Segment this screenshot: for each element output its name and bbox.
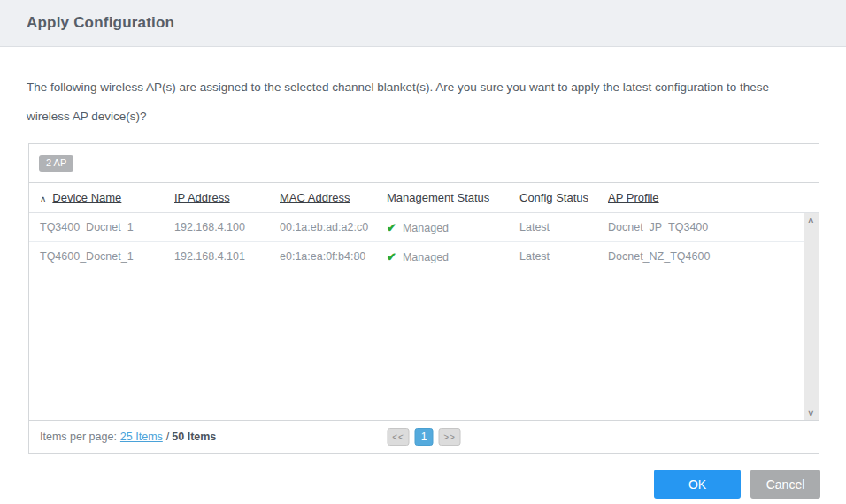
- cell-mac-address: 00:1a:eb:ad:a2:c0: [280, 221, 387, 233]
- page-title: Apply Configuration: [27, 14, 174, 32]
- cell-device-name: TQ4600_Docnet_1: [40, 250, 174, 263]
- dialog-header: Apply Configuration: [0, 0, 846, 47]
- sort-asc-icon: ∧: [40, 195, 46, 203]
- scroll-down-icon[interactable]: ∨: [807, 408, 815, 418]
- column-header-device-name[interactable]: ∧Device Name: [40, 191, 174, 204]
- table-rows: TQ3400_Docnet_1 192.168.4.100 00:1a:eb:a…: [29, 213, 804, 271]
- column-header-config-status: Config Status: [519, 191, 608, 204]
- ok-button[interactable]: OK: [654, 470, 741, 499]
- table-toolbar: 2 AP: [29, 144, 819, 183]
- pagination-bar: Items per page: 25 Items / 50 Items << 1…: [29, 420, 819, 453]
- column-header-ap-profile[interactable]: AP Profile: [608, 191, 819, 204]
- cancel-button[interactable]: Cancel: [750, 470, 820, 499]
- cell-ip-address: 192.168.4.100: [174, 221, 280, 233]
- pager-buttons: << 1 >>: [388, 428, 461, 446]
- confirmation-message: The following wireless AP(s) are assigne…: [27, 73, 805, 131]
- vertical-scrollbar[interactable]: ∧ ∨: [804, 213, 819, 420]
- table-header-row: ∧Device Name IP Address MAC Address Mana…: [29, 183, 819, 213]
- scroll-up-icon[interactable]: ∧: [807, 215, 815, 225]
- cell-config-status: Latest: [519, 221, 608, 233]
- cell-config-status: Latest: [519, 250, 608, 263]
- cell-mac-address: e0:1a:ea:0f:b4:80: [280, 250, 387, 263]
- next-page-button[interactable]: >>: [439, 428, 461, 446]
- cell-management-status: ✔Managed: [387, 221, 519, 234]
- table-row[interactable]: TQ4600_Docnet_1 192.168.4.101 e0:1a:ea:0…: [29, 242, 804, 271]
- cell-ip-address: 192.168.4.101: [174, 250, 280, 263]
- table-body: TQ3400_Docnet_1 192.168.4.100 00:1a:eb:a…: [29, 213, 819, 420]
- table-row[interactable]: TQ3400_Docnet_1 192.168.4.100 00:1a:eb:a…: [29, 213, 804, 242]
- cell-ap-profile: Docnet_JP_TQ3400: [608, 221, 804, 233]
- cell-management-status: ✔Managed: [387, 250, 519, 263]
- current-page-button[interactable]: 1: [415, 428, 434, 446]
- cell-ap-profile: Docnet_NZ_TQ4600: [608, 250, 804, 263]
- column-header-management-status: Management Status: [387, 191, 519, 204]
- column-header-mac-address[interactable]: MAC Address: [280, 191, 387, 204]
- dialog-footer: OK Cancel: [0, 470, 820, 499]
- ap-count-badge: 2 AP: [39, 155, 73, 172]
- items-per-page-link[interactable]: 25 Items: [120, 431, 163, 443]
- column-header-device-name-label[interactable]: Device Name: [52, 191, 121, 204]
- items-per-page-label: Items per page:: [40, 431, 117, 443]
- column-header-ip-address[interactable]: IP Address: [174, 191, 280, 204]
- prev-page-button[interactable]: <<: [388, 428, 410, 446]
- cell-device-name: TQ3400_Docnet_1: [40, 221, 174, 233]
- items-separator: /: [166, 431, 169, 443]
- ap-table: 2 AP ∧Device Name IP Address MAC Address…: [28, 143, 819, 454]
- total-items-label: 50 Items: [172, 431, 216, 443]
- managed-check-icon: ✔: [387, 221, 396, 234]
- managed-check-icon: ✔: [387, 250, 396, 263]
